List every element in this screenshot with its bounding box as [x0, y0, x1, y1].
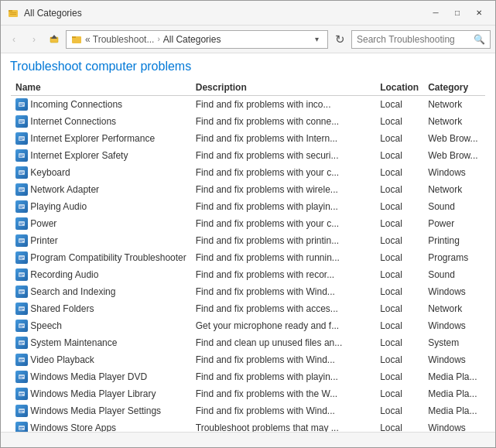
table-row[interactable]: Video Playback Find and fix problems wit… [11, 351, 485, 368]
search-input[interactable] [357, 34, 474, 45]
table-row[interactable]: Keyboard Find and fix problems with your… [11, 164, 485, 181]
address-bar: ‹ › « Troubleshoot... › All Categories ▾… [1, 26, 495, 53]
svg-rect-65 [19, 412, 22, 412]
row-name-text: Recording Audio [30, 269, 98, 280]
cell-name: System Maintenance [11, 334, 191, 351]
table-row[interactable]: Internet Connections Find and fix proble… [11, 113, 485, 130]
svg-rect-53 [19, 344, 22, 344]
col-location[interactable]: Location [375, 80, 423, 96]
minimize-button[interactable]: ─ [426, 5, 446, 21]
row-name-text: Windows Media Player Library [30, 388, 156, 399]
col-name[interactable]: Name [11, 80, 191, 96]
address-dropdown-icon[interactable]: ▾ [310, 35, 323, 43]
table-row[interactable]: Internet Explorer Safety Find and fix pr… [11, 147, 485, 164]
cell-name: Network Adapter [11, 181, 191, 198]
row-icon [15, 286, 28, 298]
row-name-text: Search and Indexing [30, 286, 115, 297]
cell-location: Local [375, 334, 423, 351]
table-row[interactable]: Incoming Connections Find and fix proble… [11, 96, 485, 114]
cell-description: Find and fix problems with Intern... [191, 130, 375, 147]
row-name-text: Incoming Connections [30, 99, 122, 110]
row-name-text: Video Playback [30, 354, 94, 365]
file-table: Name Description Location Category [10, 80, 486, 432]
row-icon [15, 98, 28, 111]
table-row[interactable]: Search and Indexing Find and fix problem… [11, 283, 485, 300]
cell-description: Find and fix problems with inco... [191, 96, 375, 114]
cell-location: Local [375, 385, 423, 402]
cell-location: Local [375, 266, 423, 283]
svg-rect-32 [19, 224, 22, 225]
table-row[interactable]: Power Find and fix problems with your c.… [11, 215, 485, 232]
row-name-text: Internet Connections [30, 116, 116, 127]
cell-category: Programs [423, 249, 485, 266]
row-name-text: Printer [30, 235, 57, 246]
cell-category: Media Pla... [423, 385, 485, 402]
table-row[interactable]: Windows Store Apps Troubleshoot problems… [11, 419, 485, 432]
col-category[interactable]: Category [423, 80, 485, 96]
cell-location: Local [375, 181, 423, 198]
row-icon [15, 388, 28, 400]
cell-name: Windows Media Player Library [11, 385, 191, 402]
svg-rect-56 [19, 361, 22, 361]
up-button[interactable] [46, 31, 63, 48]
cell-category: Windows [423, 419, 485, 432]
cell-name: Incoming Connections [11, 96, 191, 114]
row-icon [15, 183, 28, 196]
cell-description: Find and fix problems with runnin... [191, 249, 375, 266]
svg-marker-6 [51, 35, 57, 39]
table-row[interactable]: Recording Audio Find and fix problems wi… [11, 266, 485, 283]
row-name-text: Internet Explorer Performance [30, 133, 155, 144]
svg-rect-49 [19, 325, 24, 326]
address-box[interactable]: « Troubleshoot... › All Categories ▾ [66, 30, 328, 49]
table-row[interactable]: Windows Media Player Settings Find and f… [11, 402, 485, 419]
refresh-button[interactable]: ↻ [331, 31, 348, 48]
cell-category: Network [423, 300, 485, 317]
col-description[interactable]: Description [191, 80, 375, 96]
cell-description: Find and fix problems with wirele... [191, 181, 375, 198]
table-row[interactable]: Playing Audio Find and fix problems with… [11, 198, 485, 215]
cell-location: Local [375, 164, 423, 181]
row-icon [15, 149, 28, 162]
svg-rect-11 [19, 105, 22, 106]
table-row[interactable]: Internet Explorer Performance Find and f… [11, 130, 485, 147]
cell-name: Internet Explorer Safety [11, 147, 191, 164]
row-icon [15, 115, 28, 128]
table-container[interactable]: Name Description Location Category [10, 80, 486, 432]
svg-rect-26 [19, 190, 22, 191]
svg-rect-59 [19, 378, 22, 378]
svg-rect-55 [19, 359, 24, 360]
cell-location: Local [375, 419, 423, 432]
svg-rect-46 [19, 308, 24, 309]
close-button[interactable]: ✕ [469, 5, 489, 21]
table-row[interactable]: Windows Media Player DVD Find and fix pr… [11, 368, 485, 385]
forward-button[interactable]: › [26, 31, 43, 48]
back-button[interactable]: ‹ [5, 31, 22, 48]
svg-rect-28 [19, 206, 24, 207]
table-row[interactable]: Network Adapter Find and fix problems wi… [11, 181, 485, 198]
table-row[interactable]: Shared Folders Find and fix problems wit… [11, 300, 485, 317]
breadcrumb-arrow: › [157, 35, 159, 43]
table-row[interactable]: Windows Media Player Library Find and fi… [11, 385, 485, 402]
cell-description: Find and fix problems with playin... [191, 368, 375, 385]
cell-description: Find and fix problems with Wind... [191, 351, 375, 368]
cell-description: Find and fix problems with Wind... [191, 402, 375, 419]
table-row[interactable]: Program Compatibility Troubleshooter Fin… [11, 249, 485, 266]
maximize-button[interactable]: □ [447, 5, 467, 21]
cell-location: Local [375, 96, 423, 114]
table-row[interactable]: Speech Get your microphone ready and f..… [11, 317, 485, 334]
row-icon [15, 371, 28, 383]
title-bar: All Categories ─ □ ✕ [1, 1, 495, 26]
svg-rect-1 [9, 10, 12, 12]
window-title: All Categories [24, 8, 426, 19]
table-row[interactable]: Printer Find and fix problems with print… [11, 232, 485, 249]
row-name-text: Windows Store Apps [30, 422, 116, 432]
svg-rect-67 [19, 427, 24, 428]
cell-location: Local [375, 300, 423, 317]
cell-description: Find and fix problems with your c... [191, 164, 375, 181]
cell-description: Find and clean up unused files an... [191, 334, 375, 351]
row-name-text: Speech [30, 320, 62, 331]
table-row[interactable]: System Maintenance Find and clean up unu… [11, 334, 485, 351]
cell-description: Find and fix problems with conne... [191, 113, 375, 130]
search-box[interactable]: 🔍 [351, 30, 491, 49]
cell-name: Windows Media Player Settings [11, 402, 191, 419]
